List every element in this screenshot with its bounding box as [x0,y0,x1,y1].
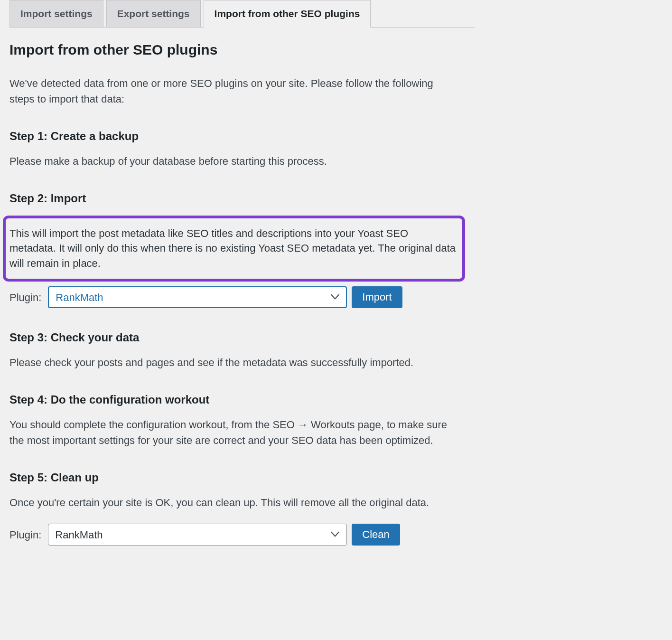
page-title: Import from other SEO plugins [9,39,465,60]
step5-title: Step 5: Clean up [9,469,465,486]
clean-button[interactable]: Clean [352,524,400,546]
tab-export-settings[interactable]: Export settings [106,0,201,28]
step2-plugin-label: Plugin: [9,290,41,305]
step2-title: Step 2: Import [9,190,465,207]
step5-plugin-label: Plugin: [9,527,41,543]
step2-highlight-box: This will import the post metadata like … [3,216,465,282]
step5-plugin-row: Plugin: RankMath Clean [9,524,465,546]
step4-text: You should complete the configuration wo… [9,417,460,448]
step3-title: Step 3: Check your data [9,329,465,346]
step5-plugin-select[interactable]: RankMath [48,524,347,546]
step1-title: Step 1: Create a backup [9,128,465,145]
tab-import-from-plugins[interactable]: Import from other SEO plugins [204,0,371,28]
step2-plugin-select[interactable]: RankMath [48,286,347,308]
step4-title: Step 4: Do the configuration workout [9,391,465,408]
step2-highlight-text: This will import the post metadata like … [9,226,457,272]
tabs-bar: Import settings Export settings Import f… [9,0,475,28]
step5-text: Once you're certain your site is OK, you… [9,495,460,510]
step1-text: Please make a backup of your database be… [9,153,460,169]
step2-plugin-row: Plugin: RankMath Import [9,286,465,308]
intro-text: We've detected data from one or more SEO… [9,75,451,107]
tab-import-settings[interactable]: Import settings [9,0,103,28]
import-button[interactable]: Import [352,286,402,308]
step3-text: Please check your posts and pages and se… [9,355,460,370]
